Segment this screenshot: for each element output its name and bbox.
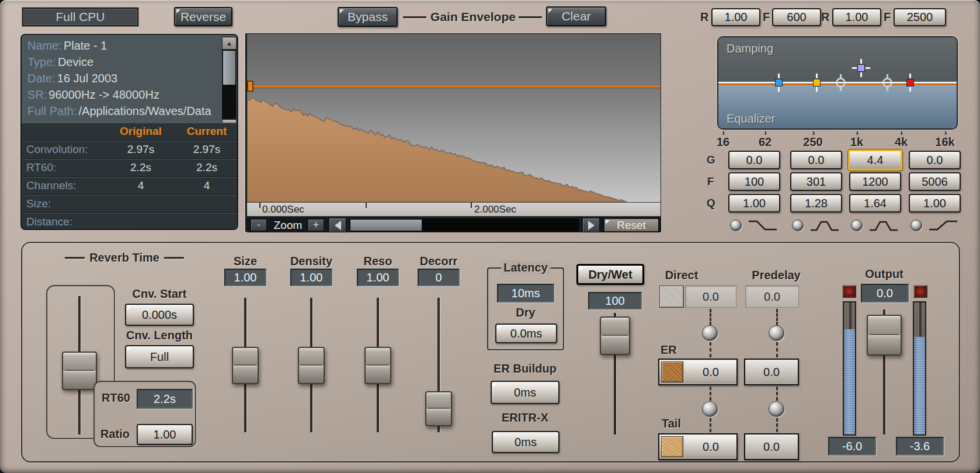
tail-gain-field[interactable]: 0.0 <box>685 436 736 458</box>
left-meter-fill <box>844 329 855 434</box>
er-tr-crossover-field[interactable]: 0ms <box>492 431 559 453</box>
predelay-er-node-button[interactable] <box>769 325 784 341</box>
eq-band-1-gain-field[interactable]: 0.0 <box>728 151 780 169</box>
row-current-value: 2.97s <box>175 143 238 156</box>
right-arrow-icon <box>588 221 595 230</box>
reverb-time-slider-handle[interactable] <box>62 352 97 390</box>
info-scroll-up-button[interactable]: ▲ <box>222 37 237 50</box>
eq-band-3-q-field[interactable]: 1.64 <box>849 194 901 213</box>
scroll-right-button[interactable] <box>582 218 600 232</box>
waveform-scrollbar-track[interactable] <box>349 218 580 232</box>
bypass-button-label: Bypass <box>347 10 388 24</box>
eq-band-4-freq-field[interactable]: 5006 <box>909 172 961 191</box>
bell-filter-icon[interactable] <box>809 218 840 233</box>
direct-mute-toggle[interactable] <box>659 286 684 308</box>
bypass-button[interactable]: Bypass <box>338 7 398 27</box>
damping-f1-field[interactable]: 600 <box>772 8 821 26</box>
marker-tick <box>891 82 896 84</box>
er-predelay-field[interactable]: 0.0 <box>744 359 799 385</box>
clear-button[interactable]: Clear <box>546 6 606 26</box>
tail-gain-group: 0.0 <box>658 433 738 460</box>
eq-band-3-freq-field[interactable]: 1200 <box>849 172 901 191</box>
output-fader-handle[interactable] <box>867 315 902 356</box>
ratio-value-field[interactable]: 1.00 <box>137 424 193 445</box>
waveform-display[interactable] <box>247 34 661 203</box>
damping-f2-field[interactable]: 2500 <box>894 8 946 26</box>
size-slider-handle[interactable] <box>232 347 259 384</box>
eq-band-4-enable-button[interactable] <box>911 220 922 231</box>
predelay-tail-node-button[interactable] <box>769 401 784 417</box>
left-clip-indicator[interactable] <box>842 285 856 298</box>
eq-band-2-enable-button[interactable] <box>792 220 804 231</box>
eq-band-2-q-field[interactable]: 1.28 <box>790 194 842 213</box>
info-scrollbar-thumb[interactable] <box>223 51 235 85</box>
signal-flow-line <box>710 387 711 401</box>
tail-predelay-field[interactable]: 0.0 <box>744 433 799 460</box>
info-scrollbar-track[interactable] <box>222 50 237 119</box>
eq-band-2-freq-field[interactable]: 301 <box>790 172 842 191</box>
size-value-field[interactable]: 1.00 <box>224 269 266 286</box>
low-shelf-filter-icon[interactable] <box>748 218 778 233</box>
reso-slider-handle[interactable] <box>364 347 391 384</box>
er-buildup-field[interactable]: 0ms <box>491 381 559 404</box>
decorr-value-field[interactable]: 0 <box>418 269 460 286</box>
bell-filter-icon[interactable] <box>868 218 899 233</box>
right-clip-indicator[interactable] <box>913 285 927 298</box>
eq-band-2-gain-field[interactable]: 0.0 <box>790 151 842 169</box>
eq-band-1-enable-button[interactable] <box>730 220 742 231</box>
cnv-length-button[interactable]: Full <box>125 345 194 368</box>
direct-predelay-field[interactable]: 0.0 <box>745 286 799 308</box>
eq-band-3-enable-button[interactable] <box>851 220 863 231</box>
damping-low-marker[interactable] <box>836 78 846 88</box>
eq-band-1-freq-field[interactable]: 100 <box>728 172 780 191</box>
latency-value-field[interactable]: 10ms <box>497 284 554 302</box>
envelope-reset-button[interactable]: Reset <box>603 218 659 232</box>
zoom-in-button[interactable]: + <box>308 219 324 231</box>
cnv-start-field[interactable]: 0.000s <box>125 304 194 326</box>
eq-band-3-marker[interactable] <box>857 64 865 72</box>
ir-date-value: 16 Jul 2003 <box>57 72 117 85</box>
scroll-left-button[interactable] <box>329 218 346 232</box>
dry-label: Dry <box>488 306 563 319</box>
gain-envelope-handle[interactable] <box>247 81 253 92</box>
eq-band-1-marker[interactable] <box>775 79 783 86</box>
eq-band-4-marker[interactable] <box>906 79 914 86</box>
output-gain-field[interactable]: 0.0 <box>861 284 909 302</box>
dry-wet-slider-handle[interactable] <box>600 317 630 355</box>
er-mute-toggle[interactable] <box>661 361 683 382</box>
reso-value-field[interactable]: 1.00 <box>357 269 399 286</box>
damping-equalizer-graph[interactable]: Damping Equalizer <box>717 36 958 130</box>
er-gain-field[interactable]: 0.0 <box>685 361 736 383</box>
scroll-up-arrow-icon: ▲ <box>226 40 232 47</box>
row-label: RT60: <box>26 161 56 174</box>
tail-mute-toggle[interactable] <box>661 436 683 457</box>
divider <box>164 257 184 259</box>
direct-er-node-button[interactable] <box>702 325 718 341</box>
density-slider-handle[interactable] <box>298 347 325 384</box>
dry-wet-button[interactable]: Dry/Wet <box>576 264 644 285</box>
high-shelf-filter-icon[interactable] <box>928 218 958 233</box>
zoom-out-button[interactable]: - <box>251 219 267 231</box>
eq-band-2-marker[interactable] <box>813 79 821 86</box>
direct-tail-node-button[interactable] <box>702 401 718 417</box>
waveform-scrollbar-thumb[interactable] <box>350 220 422 231</box>
dry-latency-field[interactable]: 0.0ms <box>495 324 557 343</box>
ir-fullpath-label: Full Path: <box>27 105 77 118</box>
eq-band-1-q-field[interactable]: 1.00 <box>728 194 780 213</box>
decorr-slider-handle[interactable] <box>425 391 452 426</box>
ir-type-label: Type: <box>27 55 56 69</box>
dry-wet-value-field[interactable]: 100 <box>588 292 642 309</box>
density-value-field[interactable]: 1.00 <box>290 269 332 286</box>
reverse-button[interactable]: Reverse <box>174 7 232 26</box>
eq-band-4-q-field[interactable]: 1.00 <box>909 194 961 213</box>
rt60-value-field[interactable]: 2.2s <box>137 389 193 409</box>
damping-r2-field[interactable]: 1.00 <box>832 8 881 26</box>
eq-band-3-gain-field[interactable]: 4.4 <box>848 149 902 171</box>
eq-band-4-gain-field[interactable]: 0.0 <box>909 151 961 169</box>
gain-envelope-line[interactable] <box>247 86 661 88</box>
full-cpu-display[interactable]: Full CPU <box>22 8 138 26</box>
direct-gain-field[interactable]: 0.0 <box>685 286 736 308</box>
damping-high-marker[interactable] <box>882 78 892 88</box>
time-end-label: 2.000Sec <box>474 204 516 215</box>
damping-r1-field[interactable]: 1.00 <box>711 8 760 26</box>
